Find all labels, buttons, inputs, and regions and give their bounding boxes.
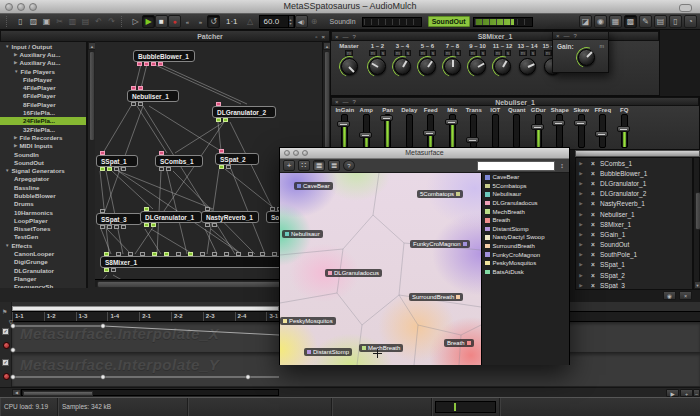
tree-item-6fileplayer[interactable]: 6FilePlayer <box>0 92 86 100</box>
dock-item-sgain-1[interactable]: ▶×SGain_1 <box>576 229 692 239</box>
expander-icon[interactable]: ▶ <box>576 262 586 267</box>
snapshot-item-breath[interactable]: Breath <box>482 216 569 225</box>
slider-handle[interactable] <box>552 120 565 126</box>
port-dark[interactable] <box>131 102 136 106</box>
channel-knob[interactable] <box>341 58 358 75</box>
slider-handle[interactable] <box>380 115 393 121</box>
snapshot-pill-cavebear[interactable]: CaveBear <box>294 182 333 190</box>
expander-icon[interactable]: ▼ <box>5 243 9 248</box>
channel-knob[interactable] <box>394 58 411 75</box>
cut-button[interactable]: ✂ <box>53 15 66 28</box>
toggle-metasurface-icon[interactable]: ▦ <box>609 15 622 28</box>
skip-forward-button[interactable]: » <box>194 15 207 28</box>
bypass-icon[interactable]: × <box>586 282 600 289</box>
slider-track[interactable] <box>363 114 370 148</box>
expander-icon[interactable]: ▶ <box>576 242 586 247</box>
snapshot-pill-peskymosquitos[interactable]: PeskyMosquitos <box>280 317 336 325</box>
snapshot-pill-dlgranuladocus[interactable]: DLGranuladocus <box>325 269 382 277</box>
track-x-record-icon[interactable] <box>3 342 10 349</box>
node-sspat-1[interactable]: SSpat_1 <box>96 155 138 167</box>
port-dark[interactable] <box>248 252 253 256</box>
scroll-left-icon[interactable]: ◀ <box>12 389 21 396</box>
slider-handle[interactable] <box>531 124 544 130</box>
close-panel-icon[interactable]: × <box>335 98 339 107</box>
window-titlebar[interactable]: MetaSSpatosaurus – AudioMulch <box>0 0 700 14</box>
dock-vscrollbar[interactable]: ▼ <box>693 157 700 290</box>
port-dark[interactable] <box>138 102 143 106</box>
tree-item-32filepla[interactable]: 32FilePla... <box>0 125 86 133</box>
node-nastyreverb-1[interactable]: NastyReverb_1 <box>201 211 259 223</box>
port-dark[interactable] <box>159 167 164 171</box>
solo-button[interactable]: s <box>505 50 512 56</box>
dock-item-nastyreverb-1[interactable]: ▶×NastyReverb_1 <box>576 199 692 209</box>
tree-item-midi-inputs[interactable]: ▶MIDI Inputs <box>0 142 86 150</box>
port-pink[interactable] <box>219 149 224 153</box>
port-green[interactable] <box>144 207 149 211</box>
solo-button[interactable]: s <box>530 50 537 56</box>
metasurface-titlebar[interactable]: Metasurface <box>280 148 569 159</box>
port-green[interactable] <box>164 252 169 256</box>
port-green[interactable] <box>151 223 156 227</box>
mixer-panel-header[interactable]: ×—? S8Mixer_1 <box>331 31 659 41</box>
snapshot-item-nebulisaur[interactable]: Nebulisaur <box>482 190 569 199</box>
snapshot-pill-funkycromagnon[interactable]: FunkyCroMagnon <box>410 240 470 248</box>
snapshot-item-mechbreath[interactable]: MechBreath <box>482 207 569 216</box>
dock-item-sspat-1[interactable]: ▶×SSpat_1 <box>576 260 692 270</box>
port-pink[interactable] <box>151 62 156 66</box>
port-pink[interactable] <box>131 86 136 90</box>
expander-icon[interactable]: ▶ <box>576 212 586 217</box>
slider-handle[interactable] <box>466 137 479 143</box>
mute-button[interactable]: m <box>544 50 552 56</box>
zoom-out-button[interactable]: − <box>693 389 700 397</box>
node-s8mixer-1[interactable]: S8Mixer_1 <box>100 256 300 268</box>
soundin-label[interactable]: SoundIn <box>327 17 359 26</box>
tempo-value[interactable]: 60.0 <box>264 17 288 26</box>
tree-item-frequencysh[interactable]: FrequencySh... <box>0 283 86 288</box>
nebuliser-panel-header[interactable]: ×—? Nebuliser_1 <box>331 97 699 106</box>
port-dark[interactable] <box>166 167 171 171</box>
slider-track[interactable] <box>492 114 499 148</box>
tree-item-signal-generators[interactable]: ▼Signal Generators <box>0 166 86 174</box>
bypass-icon[interactable]: × <box>586 190 600 197</box>
toolbar-toggle-lozenge[interactable] <box>679 4 692 12</box>
follow-playback-button[interactable]: ▶ <box>666 389 679 397</box>
mute-button[interactable]: m <box>519 50 527 56</box>
bypass-icon[interactable]: × <box>586 211 600 218</box>
port-dark[interactable] <box>176 252 181 256</box>
snapshot-item-nastydactyl-swoop[interactable]: NastyDactyl Swoop <box>482 233 569 242</box>
port-dark[interactable] <box>205 207 210 211</box>
port-green[interactable] <box>152 252 157 256</box>
tree-item-loopplayer[interactable]: LoopPlayer <box>0 216 86 224</box>
port-dark[interactable] <box>272 252 277 256</box>
tree-item-canonlooper[interactable]: CanonLooper <box>0 249 86 257</box>
bypass-icon[interactable]: × <box>586 180 600 187</box>
snapshot-pill-surroundbreath[interactable]: SurroundBreath <box>409 293 463 301</box>
play-from-start-button[interactable]: ▷ <box>129 15 142 28</box>
port-green[interactable] <box>107 167 112 171</box>
close-panel-icon[interactable]: × <box>556 32 560 41</box>
detail-view-button[interactable]: ≣ <box>328 160 340 171</box>
tree-item-auxiliary-au[interactable]: ▶Auxiliary Au... <box>0 59 86 67</box>
dock-item-bubbleblower-1[interactable]: ▶×BubbleBlower_1 <box>576 168 692 178</box>
tree-item-rissettones[interactable]: RissetTones <box>0 225 86 233</box>
metasurface-cursor[interactable] <box>373 349 382 358</box>
bypass-icon[interactable]: × <box>586 200 600 207</box>
expander-icon[interactable]: ▼ <box>5 168 9 173</box>
port-dark[interactable] <box>212 252 217 256</box>
notes-icon[interactable]: ▤ <box>654 15 667 28</box>
play-button[interactable]: ▶ <box>142 15 155 28</box>
slider-handle[interactable] <box>595 131 608 137</box>
port-green[interactable] <box>144 223 149 227</box>
expander-icon[interactable]: ▶ <box>576 222 586 227</box>
sort-icon[interactable]: ↕ <box>558 162 566 169</box>
dock-item-dlgranulator-2[interactable]: ▶×DLGranulator_2 <box>576 189 692 199</box>
tree-item-testgen[interactable]: TestGen <box>0 233 86 241</box>
stop-button[interactable]: ■ <box>155 15 168 28</box>
redo-button[interactable]: ↷ <box>105 15 118 28</box>
port-dark[interactable] <box>121 167 126 171</box>
node-nebuliser-1[interactable]: Nebuliser_1 <box>127 90 179 102</box>
expander-icon[interactable]: ▶ <box>576 171 586 176</box>
speaker-icon[interactable]: ◀) <box>295 15 308 28</box>
patcher-panel-header[interactable]: Patcher ▫× <box>0 30 330 42</box>
dock-item-dlgranulator-1[interactable]: ▶×DLGranulator_1 <box>576 178 692 188</box>
